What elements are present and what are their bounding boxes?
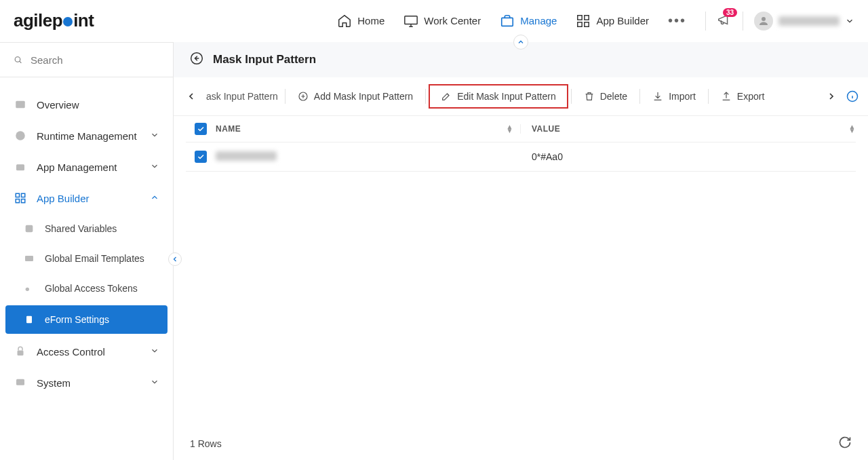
search-input[interactable]: [31, 54, 159, 66]
cell-value: 0*#Aa0: [521, 151, 856, 162]
edit-button[interactable]: Edit Mask Input Pattern: [429, 84, 568, 109]
back-button[interactable]: [190, 52, 203, 68]
sidebar-item-runtime[interactable]: Runtime Management: [0, 121, 173, 151]
sidebar-sub-eform-settings[interactable]: eForm Settings: [5, 305, 167, 334]
chevron-up-icon: [150, 193, 159, 204]
nav-manage-label: Manage: [520, 15, 557, 26]
user-menu[interactable]: [754, 12, 854, 31]
svg-rect-0: [405, 16, 417, 24]
nav-more[interactable]: •••: [668, 13, 686, 28]
trash-icon: [584, 91, 595, 102]
sort-icon: ▲▼: [507, 125, 513, 133]
sidebar-search[interactable]: [0, 43, 173, 77]
export-button[interactable]: Export: [711, 87, 774, 106]
sidebar: Overview Runtime Management App Manageme…: [0, 42, 174, 460]
sidebar-sub-shared-variables[interactable]: Shared Variables: [0, 214, 173, 243]
main-panel: Mask Input Pattern ask Input Pattern Add…: [174, 42, 868, 460]
toolbar: ask Input Pattern Add Mask Input Pattern…: [174, 77, 868, 116]
edit-label: Edit Mask Input Pattern: [457, 91, 556, 102]
data-table: NAME ▲▼ VALUE ▲▼ 0*#Aa0: [174, 116, 868, 460]
brand-part2: int: [73, 10, 94, 31]
toolbar-divider: [425, 89, 426, 104]
svg-rect-13: [16, 199, 19, 203]
envelope-icon: [23, 252, 35, 265]
column-header-value[interactable]: VALUE ▲▼: [521, 124, 856, 134]
svg-point-6: [762, 17, 766, 21]
download-icon: [652, 91, 663, 102]
table-header: NAME ▲▼ VALUE ▲▼: [186, 116, 856, 142]
brand-dot-icon: [63, 17, 73, 26]
sidebar-collapse-toggle[interactable]: [168, 252, 182, 266]
notifications-button[interactable]: 33: [717, 12, 732, 30]
toolbar-scroll-right[interactable]: [821, 88, 842, 104]
add-label: Add Mask Input Pattern: [314, 91, 413, 102]
sidebar-sub-email-templates[interactable]: Global Email Templates: [0, 244, 173, 273]
chevron-down-icon: [150, 377, 159, 389]
svg-rect-3: [585, 15, 589, 19]
search-icon: [14, 54, 22, 66]
chevron-right-icon: [826, 91, 837, 102]
row-checkbox[interactable]: [195, 151, 207, 163]
svg-rect-4: [578, 22, 582, 26]
svg-rect-18: [26, 316, 32, 324]
toolbar-divider: [639, 89, 640, 104]
table-footer: 1 Rows: [174, 427, 868, 460]
add-button[interactable]: Add Mask Input Pattern: [288, 87, 422, 106]
nav-work-center[interactable]: Work Center: [403, 14, 481, 28]
refresh-button[interactable]: [838, 436, 852, 452]
toolbar-divider: [571, 89, 572, 104]
toolbar-scroll-left[interactable]: [180, 88, 202, 104]
sidebar-runtime-label: Runtime Management: [37, 130, 137, 142]
sidebar-item-overview[interactable]: Overview: [0, 90, 173, 119]
table-row[interactable]: 0*#Aa0: [186, 142, 856, 172]
nav-app-builder[interactable]: App Builder: [576, 14, 649, 28]
system-icon: [14, 376, 27, 389]
sidebar-sub-access-tokens[interactable]: Global Access Tokens: [0, 274, 173, 303]
sidebar-item-app-builder[interactable]: App Builder: [0, 183, 173, 213]
sidebar-email-tpl-label: Global Email Templates: [45, 253, 144, 264]
header-collapse-toggle[interactable]: [513, 35, 528, 50]
col-value-label: VALUE: [532, 124, 560, 134]
arrow-back-circle-icon: [190, 52, 203, 65]
svg-rect-14: [22, 199, 25, 203]
brand-logo: agilep int: [14, 10, 94, 31]
toolbar-breadcrumb-truncated: ask Input Pattern: [202, 91, 282, 102]
select-all-checkbox[interactable]: [195, 123, 207, 135]
svg-point-7: [15, 57, 20, 62]
svg-rect-8: [16, 101, 25, 109]
export-label: Export: [737, 91, 764, 102]
plus-circle-icon: [298, 91, 309, 102]
nav-home-label: Home: [357, 15, 384, 26]
page-title: Mask Input Pattern: [213, 53, 316, 66]
import-button[interactable]: Import: [643, 87, 705, 106]
nav-home[interactable]: Home: [337, 14, 384, 28]
chevron-down-icon: [150, 161, 159, 173]
svg-rect-2: [578, 15, 582, 19]
chevron-down-icon: [150, 130, 159, 142]
delete-label: Delete: [600, 91, 627, 102]
sidebar-item-system[interactable]: System: [0, 368, 173, 398]
select-all-cell: [186, 123, 216, 135]
sidebar-item-app-mgmt[interactable]: App Management: [0, 152, 173, 182]
chart-icon: [14, 98, 27, 111]
sidebar-access-tokens-label: Global Access Tokens: [45, 283, 138, 294]
nav-work-center-label: Work Center: [424, 15, 481, 26]
grid-icon: [14, 191, 27, 205]
svg-rect-10: [16, 164, 24, 170]
key-icon: [23, 282, 35, 294]
username-redacted: [778, 16, 840, 26]
column-header-name[interactable]: NAME ▲▼: [216, 124, 521, 134]
svg-rect-1: [502, 18, 513, 26]
avatar: [754, 12, 773, 31]
info-icon: [846, 90, 859, 102]
delete-button[interactable]: Delete: [574, 87, 637, 106]
nav-manage[interactable]: Manage: [500, 14, 557, 28]
app-header: agilep int Home Work Center Manage App B…: [0, 0, 868, 42]
sidebar-eform-label: eForm Settings: [45, 314, 109, 325]
clipboard-icon: [23, 313, 35, 326]
name-redacted: [216, 151, 277, 161]
body: Overview Runtime Management App Manageme…: [0, 42, 868, 460]
check-icon: [197, 125, 205, 133]
info-button[interactable]: [846, 90, 859, 102]
sidebar-item-access-control[interactable]: Access Control: [0, 337, 173, 366]
